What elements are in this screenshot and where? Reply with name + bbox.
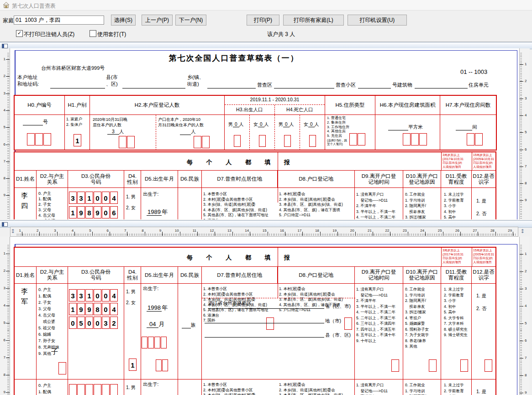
- everyone-text: 每 个 人 都 填 报: [42, 254, 435, 262]
- person1-name: 李四: [21, 191, 28, 211]
- no-print-cancelled-checkbox[interactable]: ✓: [16, 30, 23, 37]
- h5-cell: 1. 普通住宅 2. 集体住所 3. 工作地住所 4. 其他住房 5. 无住房 …: [325, 115, 375, 151]
- h5-boxes: [349, 133, 366, 146]
- county-label: 县（市、区): [325, 332, 351, 338]
- empty-id-boxes: [69, 384, 118, 395]
- h1-header: H1.户别: [65, 96, 90, 114]
- h3-h4-cell: 男0人 女0人 男0人 女0人: [225, 115, 325, 151]
- header-d12: D12.是否 识字: [472, 267, 495, 283]
- person1-row: 李四 0. 户主 1. 配偶 2. 子女 3. 父母 4. 岳父母 或公婆 5.…: [15, 188, 495, 219]
- city-label: 地（市): [325, 318, 341, 324]
- h2-header: H2.本户应登记人数: [90, 96, 225, 114]
- h7-header: H7.本户现住房间数: [440, 96, 496, 114]
- panel1-right-ruler: 123456789: [519, 48, 530, 219]
- family-input[interactable]: [14, 16, 104, 25]
- census-block-blank: [358, 88, 391, 88]
- person-table-header: D1.姓名D2.与户主 关系D3.公民身份 号码D4. 性别D5.出生年月D6.…: [15, 267, 495, 284]
- census-area-blank: [274, 88, 334, 88]
- ruler-left-splitter-icon[interactable]: ↕: [11, 228, 15, 234]
- person2-relationship-value: 子: [51, 348, 58, 356]
- toolbar: 家庭: 选择(S) 上一户(P) 下一户(N) 打印(P) 打印所有家庭(L) …: [0, 10, 532, 42]
- census-area-label: 普查区: [257, 82, 272, 88]
- prev-household-button[interactable]: 上一户(P): [142, 15, 173, 26]
- header-d3: D3.公民身份 号码: [68, 267, 124, 283]
- preview-panel-bottom: 1234567891011121314151617181920212223242…: [0, 220, 532, 395]
- county-label: 县(市 、区): [106, 74, 118, 88]
- panel1-window-icon[interactable]: [2, 44, 8, 48]
- person1-id-digits-2: 198906: [69, 206, 118, 218]
- use-overlay-checkbox[interactable]: [90, 30, 96, 37]
- county-blank: [122, 88, 185, 88]
- person-table-1: 每 个 人 都 填 报 3周岁及以上 (2017年10月31 日以前出生)的 人…: [14, 151, 496, 219]
- select-button[interactable]: 选择(S): [111, 15, 136, 26]
- preview-panel-top: 123456789 123456789 第七次全国人口普查草稿表（一） 台州市路…: [0, 42, 532, 219]
- h6-boxes: [403, 133, 427, 146]
- h5-header: H5.住所类型: [325, 96, 375, 114]
- note-age3: 3周岁及以上 (2017年10月31 日以前出生)的 人填报的项目: [441, 152, 472, 170]
- header-d11: D11.受教 育程度: [441, 171, 472, 187]
- header-d9: D9.离开户口登 记地时间: [355, 267, 403, 283]
- township-blank: [207, 88, 256, 88]
- addr-blank: [50, 88, 105, 88]
- h6-cell: 平方米: [375, 115, 440, 151]
- window-title: 第七次人口普查表: [12, 2, 56, 10]
- d11-answer-box: [460, 359, 469, 372]
- person3-row-partial: 0. 户主 1. 配偶 2. 子女 3. 父母 4. 岳父母 或公婆 5. 祖父…: [15, 379, 495, 395]
- h3-header: H3.出生人口: [225, 105, 275, 114]
- header-d12: D12.是否 识字: [472, 171, 495, 187]
- person2-relationship-box: [58, 362, 67, 374]
- everyone-text: 每 个 人 都 填 报: [42, 158, 435, 166]
- next-household-button[interactable]: 下一户(N): [175, 15, 206, 26]
- panel2-window-icon[interactable]: [2, 222, 8, 227]
- period-label: 2019.11.1 - 2020.10.31: [225, 96, 325, 105]
- household-code: 01 -- 1003: [460, 68, 487, 75]
- header-d4: D4. 性别: [124, 171, 141, 187]
- title-bar: 第七次人口普查表: [0, 0, 532, 10]
- header-d10: D10.离开户口 登记地原因: [403, 171, 441, 187]
- residence-value: 浙江省台州市路桥区: [208, 300, 252, 307]
- building-label: 号建筑物: [392, 82, 412, 88]
- h6-header: H6.本户现住房建筑面积: [375, 96, 440, 114]
- h1-cell: 1. 家庭户 2. 集体户 1: [65, 115, 90, 151]
- addr-label: 本户地址 和地址码:: [17, 74, 39, 88]
- person2-name: 李军: [21, 286, 28, 307]
- person2-sex-box: 1: [129, 359, 137, 371]
- household-count-text: 该户共 3 人: [267, 31, 295, 38]
- page-preview-2: 每 个 人 都 填 报 3周岁及以上 (2017年10月31 日以前出生)的 人…: [10, 237, 519, 395]
- header-d4: D4. 性别: [124, 267, 141, 283]
- header-d10: D10.离开户口 登记地原因: [403, 267, 441, 283]
- h7-boxes: [467, 133, 483, 146]
- household-table: H0.户编号 H1.户别 H2.本户应登记人数 2019.11.1 - 2020…: [14, 95, 497, 151]
- note-age15: 15周岁及以上 (2005年10月31 日以前出生)的 人填报的项目: [472, 152, 495, 170]
- header-d7: D7.普查时点居住地: [202, 171, 278, 187]
- h0-boxes: [27, 133, 52, 146]
- header-d2: D2.与户主 关系: [37, 171, 68, 187]
- header-d11: D11.受教 育程度: [441, 267, 472, 283]
- note-age3: 3周岁及以上 (2017年10月31 日以前出生)的 人填报的项目: [441, 248, 472, 266]
- d12-answer-box: [485, 359, 493, 372]
- census-block-label: 普查小区: [336, 82, 356, 88]
- print-all-button[interactable]: 打印所有家庭(L): [283, 15, 344, 26]
- h7-cell: 间: [440, 115, 496, 151]
- header-d5: D5.出生年月: [141, 171, 178, 187]
- print-button[interactable]: 打印(P): [247, 15, 279, 26]
- panel2-right-ruler: 123456789: [519, 237, 530, 395]
- person2-row: 李军 0. 户主 1. 配偶 2. 子女 3. 父母 4. 岳父母 或公婆 5.…: [15, 284, 495, 379]
- h1-value-box: 1: [74, 134, 81, 146]
- h2-cell: 2020年10月31日晚 居住本户的人数 3人 户口在本户，2020年10 月3…: [90, 115, 225, 151]
- person-table-header: D1.姓名D2.与户主 关系D3.公民身份 号码D4. 性别D5.出生年月D6.…: [15, 171, 495, 188]
- everyone-row: 每 个 人 都 填 报 3周岁及以上 (2017年10月31 日以前出生)的 人…: [15, 152, 495, 171]
- header-d6: D6.民族: [178, 171, 202, 187]
- d9-answer-box: [391, 359, 400, 372]
- h3-male-box: [234, 135, 241, 147]
- residence-address-block: 浙江省台州市路桥区 省（区、市) 地（市) 县（市、区): [202, 298, 355, 343]
- app-house-icon: [3, 2, 10, 8]
- everyone-row: 每 个 人 都 填 报 3周岁及以上 (2017年10月31 日以前出生)的 人…: [15, 248, 495, 267]
- person2-year-boxes: [142, 337, 167, 348]
- h4-male-box: [284, 135, 291, 147]
- person-table-2: 每 个 人 都 填 报 3周岁及以上 (2017年10月31 日以前出生)的 人…: [14, 247, 496, 395]
- person2-id-digits-3: 050032: [69, 317, 118, 329]
- ruler-right-splitter-icon[interactable]: ↕: [520, 228, 525, 234]
- header-d6: D6.民族: [178, 267, 202, 283]
- printer-setup-button[interactable]: 打印机设置(U): [348, 15, 407, 26]
